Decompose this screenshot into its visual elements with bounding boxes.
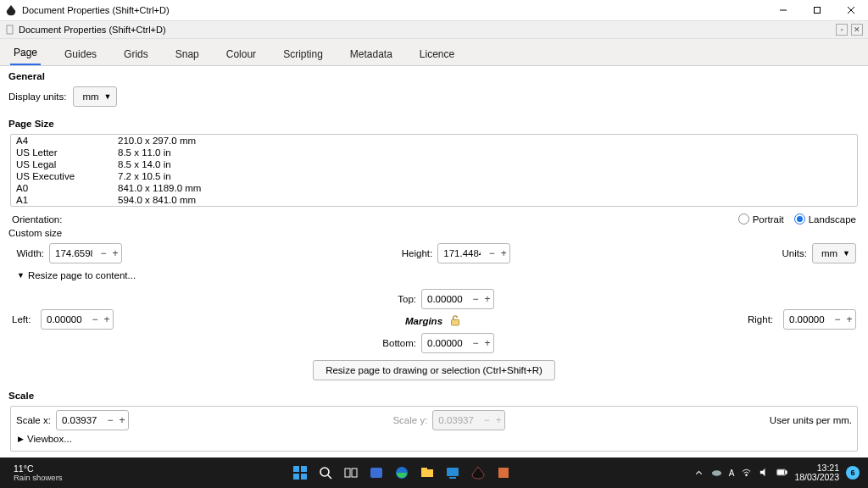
tab-guides[interactable]: Guides bbox=[61, 42, 100, 65]
tab-scripting[interactable]: Scripting bbox=[280, 42, 326, 65]
height-spin[interactable]: −+ bbox=[437, 243, 510, 263]
custom-units-select[interactable]: mm ▼ bbox=[812, 243, 856, 263]
orientation-label: Orientation: bbox=[12, 214, 62, 225]
resize-to-content-toggle[interactable]: ▼ Resize page to content... bbox=[5, 267, 863, 284]
svg-point-23 bbox=[712, 470, 721, 476]
margin-left-input[interactable] bbox=[42, 314, 89, 324]
margin-right-spin[interactable]: −+ bbox=[783, 309, 856, 330]
display-units-label: Display units: bbox=[8, 92, 66, 102]
minus-icon[interactable]: − bbox=[104, 411, 116, 430]
margins-area: Top: −+ Left: −+ Margins Right: bbox=[5, 284, 863, 389]
task-view-button[interactable] bbox=[340, 462, 362, 484]
taskbar-app[interactable] bbox=[492, 462, 515, 484]
minimize-button[interactable] bbox=[766, 0, 800, 20]
taskbar-date[interactable]: 18/03/2023 bbox=[794, 473, 839, 482]
margin-right-input[interactable] bbox=[784, 314, 832, 324]
svg-rect-4 bbox=[7, 25, 13, 34]
taskbar-app[interactable] bbox=[442, 462, 464, 484]
onedrive-icon[interactable] bbox=[711, 467, 722, 480]
wifi-icon[interactable] bbox=[741, 467, 752, 480]
svg-rect-1 bbox=[815, 8, 821, 14]
tab-page[interactable]: Page bbox=[10, 40, 41, 65]
battery-icon[interactable] bbox=[776, 467, 787, 480]
lock-open-icon[interactable] bbox=[448, 313, 463, 330]
svg-rect-26 bbox=[786, 470, 787, 473]
notification-badge[interactable]: 6 bbox=[846, 466, 860, 480]
scale-x-input[interactable] bbox=[57, 415, 104, 425]
minus-icon[interactable]: − bbox=[89, 310, 101, 329]
svg-rect-8 bbox=[293, 466, 299, 472]
margin-right-label: Right: bbox=[748, 314, 778, 324]
svg-rect-16 bbox=[370, 468, 382, 478]
scale-x-spin[interactable]: −+ bbox=[56, 410, 129, 430]
tab-licence[interactable]: Licence bbox=[416, 42, 458, 65]
margin-bottom-input[interactable] bbox=[422, 338, 470, 348]
width-input[interactable] bbox=[50, 248, 97, 258]
tray-overflow-icon[interactable] bbox=[693, 467, 704, 480]
plus-icon[interactable]: + bbox=[109, 244, 121, 263]
document-icon bbox=[5, 25, 15, 35]
orientation-portrait[interactable]: Portrait bbox=[738, 214, 784, 225]
search-button[interactable] bbox=[314, 462, 337, 484]
margin-left-spin[interactable]: −+ bbox=[41, 309, 114, 330]
plus-icon[interactable]: + bbox=[101, 310, 113, 329]
display-units-select[interactable]: mm ▼ bbox=[73, 86, 117, 107]
chevron-right-icon: ▶ bbox=[18, 435, 24, 443]
viewbox-toggle[interactable]: ▶ Viewbox... bbox=[16, 430, 852, 447]
page-size-list[interactable]: A4210.0 x 297.0 mm US Letter8.5 x 11.0 i… bbox=[10, 134, 858, 207]
svg-rect-20 bbox=[447, 468, 459, 476]
minus-icon[interactable]: − bbox=[97, 244, 109, 263]
svg-rect-19 bbox=[421, 468, 427, 470]
minus-icon[interactable]: − bbox=[832, 310, 843, 329]
svg-point-12 bbox=[320, 468, 329, 476]
page-size-header: Page Size bbox=[5, 117, 863, 132]
page-size-row: A4210.0 x 297.0 mm bbox=[11, 135, 857, 147]
width-spin[interactable]: −+ bbox=[49, 243, 122, 263]
scale-note: User units per mm. bbox=[770, 415, 852, 425]
taskbar-app[interactable] bbox=[416, 462, 438, 484]
taskbar-app[interactable] bbox=[467, 462, 489, 484]
orientation-group: Portrait Landscape bbox=[738, 214, 856, 225]
tab-colour[interactable]: Colour bbox=[223, 42, 259, 65]
tab-grids[interactable]: Grids bbox=[120, 42, 152, 65]
tab-metadata[interactable]: Metadata bbox=[347, 42, 396, 65]
plus-icon[interactable]: + bbox=[498, 244, 509, 263]
maximize-button[interactable] bbox=[800, 0, 834, 20]
page-size-row: A0841.0 x 1189.0 mm bbox=[11, 182, 857, 194]
plus-icon[interactable]: + bbox=[116, 411, 128, 430]
tab-snap[interactable]: Snap bbox=[172, 42, 203, 65]
close-button[interactable] bbox=[834, 0, 868, 20]
chevron-down-icon: ▼ bbox=[843, 249, 850, 258]
margin-top-input[interactable] bbox=[422, 294, 470, 304]
taskbar-app[interactable] bbox=[365, 462, 387, 484]
plus-icon[interactable]: + bbox=[843, 310, 855, 329]
language-indicator[interactable]: A bbox=[729, 469, 735, 478]
margin-top-spin[interactable]: −+ bbox=[421, 289, 494, 309]
resize-page-button[interactable]: Resize page to drawing or selection (Ctr… bbox=[313, 360, 555, 380]
minus-icon[interactable]: − bbox=[470, 334, 481, 352]
svg-line-13 bbox=[328, 475, 331, 479]
svg-rect-21 bbox=[449, 477, 456, 479]
width-label: Width: bbox=[12, 248, 44, 258]
svg-rect-15 bbox=[352, 469, 357, 477]
minus-icon[interactable]: − bbox=[486, 244, 498, 263]
taskbar-app[interactable] bbox=[391, 462, 413, 484]
scale-box: Scale x: −+ Scale y: −+ User units per m… bbox=[10, 406, 858, 452]
taskbar-weather[interactable]: 11°C Rain showers bbox=[0, 464, 110, 482]
plus-icon[interactable]: + bbox=[481, 334, 493, 352]
svg-rect-22 bbox=[498, 468, 509, 478]
minus-icon[interactable]: − bbox=[470, 290, 481, 308]
dialog-close-button[interactable]: ✕ bbox=[851, 24, 863, 36]
svg-rect-11 bbox=[301, 474, 307, 480]
radio-icon bbox=[738, 214, 749, 225]
plus-icon[interactable]: + bbox=[481, 290, 493, 308]
orientation-landscape[interactable]: Landscape bbox=[794, 214, 856, 225]
margins-label: Margins bbox=[405, 316, 442, 326]
start-button[interactable] bbox=[289, 462, 311, 484]
height-input[interactable] bbox=[438, 248, 486, 258]
height-label: Height: bbox=[393, 248, 432, 258]
dialog-minimize-button[interactable]: ▫ bbox=[836, 24, 848, 36]
volume-icon[interactable] bbox=[759, 467, 770, 480]
window-title: Document Properties (Shift+Ctrl+D) bbox=[22, 5, 766, 15]
margin-bottom-spin[interactable]: −+ bbox=[421, 333, 494, 353]
